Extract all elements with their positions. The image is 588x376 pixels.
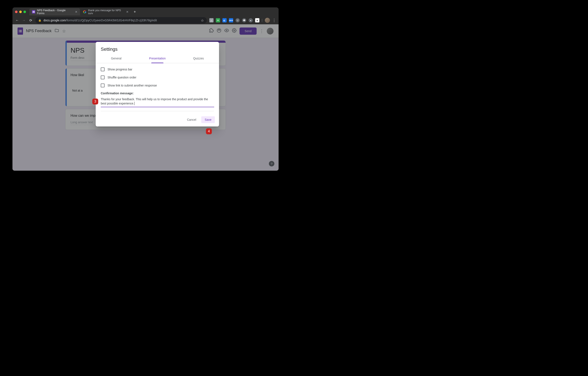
modal-body: Show progress bar Shuffle question order… <box>96 63 219 113</box>
tab-general[interactable]: General <box>96 54 137 63</box>
checkbox-label: Shuffle question order <box>107 76 136 79</box>
reload-button[interactable]: ⟳ <box>29 18 33 22</box>
close-tab-icon[interactable]: ✕ <box>126 10 129 13</box>
tab-presentation[interactable]: Presentation <box>137 54 178 63</box>
checkbox-label: Show link to submit another response <box>107 84 157 87</box>
extension-icon[interactable]: 💬 <box>242 18 246 22</box>
browser-window: NPS Feedback - Google Forms ✕ thank you … <box>12 7 279 171</box>
tab-title: thank you message for NPS surv <box>88 9 124 15</box>
checkbox-icon[interactable] <box>101 76 105 79</box>
back-button[interactable]: ← <box>15 18 19 22</box>
checkbox-shuffle[interactable]: Shuffle question order <box>101 76 214 79</box>
browser-tab-strip: NPS Feedback - Google Forms ✕ thank you … <box>12 7 279 16</box>
svg-rect-5 <box>33 12 35 13</box>
extension-icons: △ ✉ ◐ NEW U 💬 ● a | ⋮ <box>209 18 276 23</box>
tab-title: NPS Feedback - Google Forms <box>37 9 73 15</box>
modal-title: Settings <box>96 42 219 54</box>
modal-tabs: General Presentation Quizzes <box>96 54 219 63</box>
forms-icon <box>32 10 35 13</box>
modal-actions: Cancel Save <box>96 113 219 126</box>
extension-icon[interactable]: ◐ <box>222 18 227 22</box>
tabs-container: NPS Feedback - Google Forms ✕ thank you … <box>29 7 138 16</box>
window-controls <box>15 11 26 13</box>
checkbox-progress-bar[interactable]: Show progress bar <box>101 67 214 71</box>
google-icon <box>83 10 86 13</box>
checkbox-label: Show progress bar <box>107 68 132 71</box>
annotation-step-3: 3 <box>92 99 98 104</box>
save-button[interactable]: Save <box>201 116 215 123</box>
url-bar: ← → ⟳ 🔒 docs.google.com/forms/d/1UQjDpyC… <box>12 16 279 24</box>
extension-icon[interactable]: ● <box>249 18 253 22</box>
bookmark-icon[interactable]: ☆ <box>201 18 204 22</box>
svg-rect-4 <box>32 12 33 13</box>
extension-icon[interactable]: NEW <box>229 18 233 22</box>
new-tab-button[interactable]: + <box>132 10 138 14</box>
confirmation-label: Confirmation message: <box>101 92 214 95</box>
extension-icon[interactable]: a <box>255 18 259 22</box>
address-bar[interactable]: 🔒 docs.google.com/forms/d/1UQjDpyCU2yeer… <box>35 17 207 23</box>
annotation-step-4: 4 <box>206 128 212 134</box>
checkbox-submit-another[interactable]: Show link to submit another response <box>101 84 214 87</box>
browser-menu-icon[interactable]: ⋮ <box>272 18 276 23</box>
extension-icon[interactable]: ✉ <box>216 18 220 22</box>
extension-icon[interactable]: U <box>235 18 240 22</box>
cancel-button[interactable]: Cancel <box>184 116 200 123</box>
drive-icon[interactable]: △ <box>209 18 213 22</box>
settings-modal: Settings General Presentation Quizzes Sh… <box>96 42 219 126</box>
forward-button[interactable]: → <box>22 18 26 22</box>
tab-google-search[interactable]: thank you message for NPS surv ✕ <box>81 8 131 15</box>
profile-avatar[interactable] <box>265 18 270 23</box>
svg-rect-3 <box>33 12 35 12</box>
checkbox-icon[interactable] <box>101 84 105 87</box>
checkbox-icon[interactable] <box>101 67 105 71</box>
divider <box>101 111 214 111</box>
tab-quizzes[interactable]: Quizzes <box>178 54 219 63</box>
maximize-window-icon[interactable] <box>23 11 26 13</box>
svg-rect-2 <box>32 12 33 12</box>
confirmation-message-input[interactable]: Thanks for your feedback. This will help… <box>101 97 214 107</box>
minimize-window-icon[interactable] <box>19 11 22 13</box>
svg-rect-1 <box>33 11 35 11</box>
lock-icon: 🔒 <box>38 19 42 22</box>
close-tab-icon[interactable]: ✕ <box>75 10 77 13</box>
tab-nps-feedback[interactable]: NPS Feedback - Google Forms ✕ <box>29 8 80 15</box>
url-text: docs.google.com/forms/d/1UQjDpyCU2yeerDv… <box>43 19 199 22</box>
svg-rect-0 <box>32 11 33 11</box>
close-window-icon[interactable] <box>15 11 18 13</box>
